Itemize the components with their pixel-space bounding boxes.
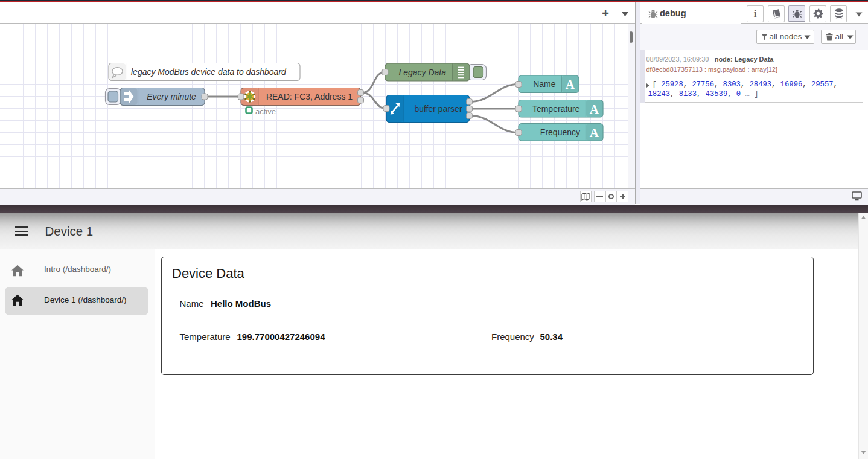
svg-text:Name: Name [533, 79, 556, 89]
svg-text:buffer parser: buffer parser [414, 104, 462, 114]
svg-text:active: active [255, 107, 276, 116]
svg-text:legacy ModBus device data to d: legacy ModBus device data to dashboard [131, 67, 287, 77]
svg-text:A: A [590, 102, 599, 117]
svg-text:Frequency: Frequency [540, 127, 580, 137]
svg-text:Temperature: Temperature [532, 104, 580, 114]
svg-text:A: A [566, 77, 575, 92]
svg-text:Legacy Data: Legacy Data [398, 68, 446, 77]
svg-text:A: A [590, 126, 599, 140]
svg-text:Every minute: Every minute [147, 92, 196, 101]
svg-text:READ: FC3, Address 1: READ: FC3, Address 1 [266, 92, 353, 101]
